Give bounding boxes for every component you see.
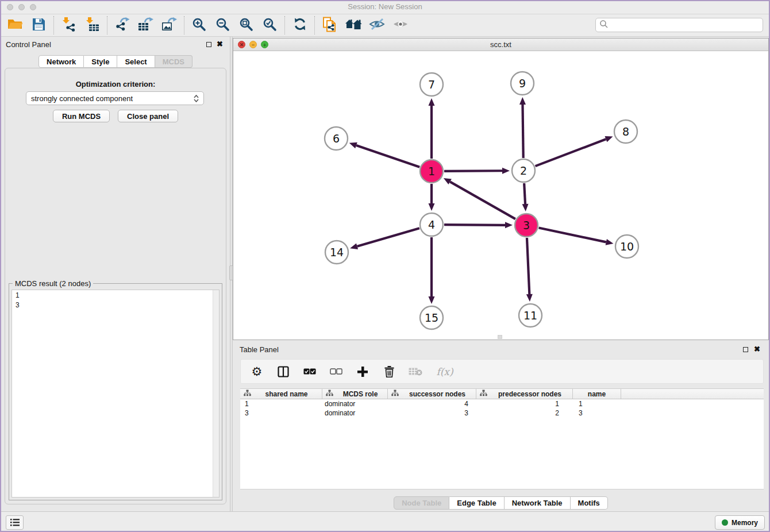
graph-edge-2-9[interactable] <box>519 97 526 158</box>
network-window-titlebar[interactable]: ✕ − ＋ scc.txt <box>233 38 768 51</box>
graph-edge-3-10[interactable] <box>539 228 614 245</box>
node-table-body[interactable]: 1 dominator 4 1 1 3 dominator 3 2 3 <box>240 399 764 489</box>
network-window-title: scc.txt <box>233 40 768 49</box>
close-panel-button[interactable]: Close panel <box>118 110 178 122</box>
result-value: 3 <box>12 300 219 310</box>
graph-edge-2-8[interactable] <box>536 136 613 166</box>
graph-node-1[interactable]: 1 <box>420 160 443 183</box>
memory-button[interactable]: Memory <box>715 515 765 530</box>
tab-motifs[interactable]: Motifs <box>571 496 608 510</box>
network-graph[interactable]: 7968124314101511 <box>233 51 768 340</box>
zoom-in-button[interactable] <box>187 16 211 35</box>
tab-node-table[interactable]: Node Table <box>394 496 449 510</box>
graph-edge-1-4[interactable] <box>429 184 435 211</box>
float-panel-icon[interactable] <box>206 42 211 47</box>
search-box[interactable] <box>595 18 763 32</box>
function-icon: f(x) <box>436 366 453 377</box>
export-image-button[interactable] <box>157 16 181 35</box>
tab-edge-table[interactable]: Edge Table <box>449 496 504 510</box>
export-table-button[interactable] <box>134 16 157 35</box>
toolbar-separator <box>314 16 315 34</box>
table-row[interactable]: 3 dominator 3 2 3 <box>240 408 764 418</box>
column-header-successor-nodes[interactable]: successor nodes <box>388 389 476 399</box>
table-settings-button[interactable]: ⚙ <box>250 365 264 379</box>
show-all-button[interactable] <box>388 16 412 35</box>
graph-edge-2-3[interactable] <box>522 183 529 211</box>
graph-node-7[interactable]: 7 <box>420 73 443 96</box>
import-network-button[interactable] <box>57 16 80 35</box>
graph-edge-4-3[interactable] <box>444 222 513 228</box>
graph-node-14[interactable]: 14 <box>325 241 348 264</box>
graph-edge-4-14[interactable] <box>350 228 419 249</box>
import-table-button[interactable] <box>80 16 104 35</box>
columns-icon <box>278 366 289 377</box>
graph-node-11[interactable]: 11 <box>519 304 542 327</box>
deselect-all-rows-button[interactable] <box>329 365 343 379</box>
zoom-fit-button[interactable] <box>234 16 258 35</box>
tab-network-table[interactable]: Network Table <box>505 496 571 510</box>
cell-mcds-role: dominator <box>322 408 388 418</box>
shared-column-icon <box>326 390 333 398</box>
tab-mcds[interactable]: MCDS <box>155 55 192 68</box>
graph-edge-1-7[interactable] <box>429 98 435 159</box>
run-mcds-button[interactable]: Run MCDS <box>53 110 110 122</box>
graph-node-2[interactable]: 2 <box>512 159 535 182</box>
tab-style[interactable]: Style <box>84 55 117 68</box>
delete-table-icon <box>409 367 422 376</box>
task-history-button[interactable] <box>6 515 24 530</box>
refresh-layout-button[interactable] <box>288 16 311 35</box>
network-canvas[interactable]: 7968124314101511 <box>233 51 768 340</box>
close-panel-icon[interactable]: ✖ <box>217 40 223 48</box>
graph-edge-3-1[interactable] <box>444 178 515 219</box>
graph-node-4[interactable]: 4 <box>420 213 443 236</box>
tab-network[interactable]: Network <box>38 55 84 68</box>
column-header-mcds-role[interactable]: MCDS role <box>322 389 388 399</box>
table-row[interactable]: 1 dominator 4 1 1 <box>240 399 764 408</box>
cell-shared-name: 1 <box>240 399 322 408</box>
svg-text:4: 4 <box>428 218 435 231</box>
column-header-predecessor-nodes[interactable]: predecessor nodes <box>476 389 573 399</box>
open-file-button[interactable] <box>3 16 27 35</box>
zoom-selected-button[interactable] <box>258 16 282 35</box>
graph-edge-1-6[interactable] <box>349 142 419 167</box>
graph-node-6[interactable]: 6 <box>325 127 348 150</box>
search-icon <box>599 20 609 31</box>
graph-node-10[interactable]: 10 <box>615 235 638 258</box>
export-image-icon <box>161 17 177 34</box>
save-session-button[interactable] <box>27 16 51 35</box>
graph-edge-3-11[interactable] <box>526 238 533 302</box>
close-panel-icon[interactable]: ✖ <box>754 345 760 353</box>
float-panel-icon[interactable] <box>743 347 748 352</box>
column-header-shared-name[interactable]: shared name <box>240 389 322 399</box>
column-browser-button[interactable] <box>276 365 290 379</box>
eye-icon <box>392 17 409 33</box>
select-all-rows-button[interactable] <box>303 365 317 379</box>
zoom-in-icon <box>192 17 206 34</box>
graph-node-8[interactable]: 8 <box>614 120 637 143</box>
graph-edge-4-15[interactable] <box>429 237 435 304</box>
canvas-resize-grip[interactable] <box>498 335 502 339</box>
search-input[interactable] <box>609 21 763 29</box>
hide-selected-button[interactable] <box>365 16 388 35</box>
add-column-button[interactable] <box>356 365 369 379</box>
duplicate-network-button[interactable] <box>318 16 341 35</box>
export-network-button[interactable] <box>110 16 134 35</box>
graph-edge-1-2[interactable] <box>444 168 510 174</box>
zoom-out-button[interactable] <box>211 16 234 35</box>
svg-text:15: 15 <box>425 311 438 324</box>
graph-node-3[interactable]: 3 <box>515 214 538 237</box>
control-panel-title: Control Panel <box>6 40 51 49</box>
svg-text:1: 1 <box>428 165 435 178</box>
dropdown-stepper-icon <box>194 95 199 102</box>
tab-select[interactable]: Select <box>117 55 155 68</box>
criterion-dropdown[interactable]: strongly connected component <box>26 91 204 105</box>
mcds-result-list[interactable]: 1 3 <box>11 290 220 498</box>
home-layout-button[interactable] <box>341 16 365 35</box>
graph-node-15[interactable]: 15 <box>420 306 443 329</box>
houses-icon <box>345 17 362 33</box>
result-scrollbar[interactable] <box>213 290 219 497</box>
control-panel-header: Control Panel ✖ <box>0 37 231 52</box>
graph-node-9[interactable]: 9 <box>511 72 534 95</box>
column-header-name[interactable]: name <box>573 389 621 399</box>
delete-column-button[interactable] <box>382 365 396 379</box>
